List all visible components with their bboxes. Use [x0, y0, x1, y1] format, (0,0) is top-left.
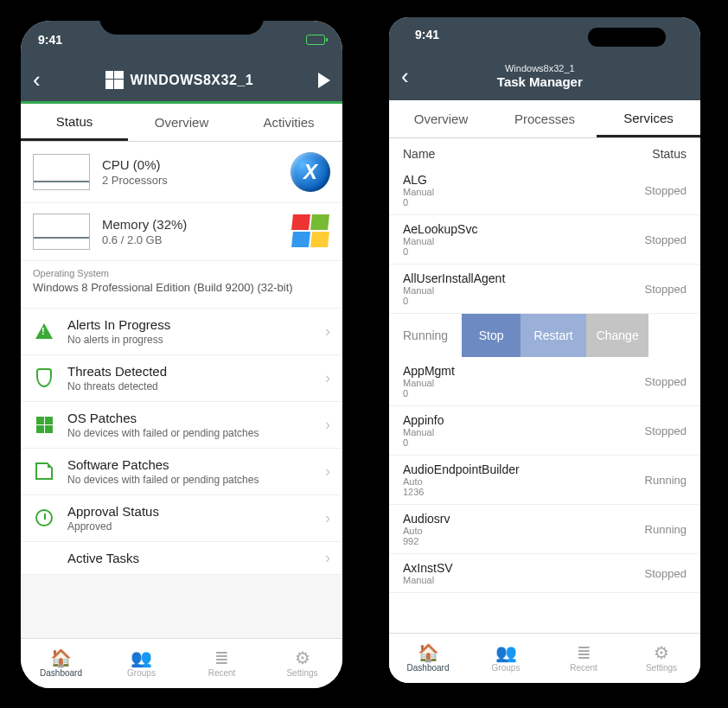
nav-dashboard[interactable]: 🏠Dashboard	[21, 639, 101, 688]
nav-dashboard[interactable]: 🏠Dashboard	[389, 634, 467, 683]
play-icon[interactable]	[318, 73, 330, 88]
list-item[interactable]: OS PatchesNo devices with failed or pend…	[21, 402, 342, 449]
change-button[interactable]: Change	[586, 314, 648, 357]
os-label: Operating System	[33, 268, 330, 278]
service-mode: Manual	[403, 575, 453, 585]
service-row[interactable]: AudiosrvAuto992Running	[389, 505, 700, 554]
service-pid: 0	[403, 197, 434, 207]
header: ‹ Windows8x32_1 Task Manager	[389, 52, 700, 100]
header-title-text: Task Manager	[497, 74, 583, 89]
service-row[interactable]: AeLookupSvcManual0Stopped	[389, 215, 700, 265]
service-mode: Manual	[403, 285, 505, 296]
service-status: Running	[645, 523, 686, 536]
tab-overview[interactable]: Overview	[389, 100, 493, 137]
stop-button[interactable]: Stop	[462, 314, 520, 357]
nav-groups[interactable]: 👥Groups	[467, 634, 545, 683]
groups-icon: 👥	[131, 649, 152, 667]
screen-2: 9:41 ‹ Windows8x32_1 Task Manager Overvi…	[389, 17, 700, 683]
recent-icon: ≣	[577, 644, 591, 661]
floppy-icon	[33, 462, 55, 480]
service-name: AeLookupSvc	[403, 222, 477, 236]
service-pid: 0	[403, 388, 455, 399]
recent-icon: ≣	[214, 649, 229, 667]
service-status: Stopped	[645, 233, 686, 246]
header: ‹ WINDOWS8X32_1	[21, 59, 342, 104]
content: CPU (0%) 2 Processors X Memory (32%) 0.6…	[21, 142, 342, 638]
memory-row[interactable]: Memory (32%) 0.6 / 2.0 GB	[21, 203, 342, 261]
service-row[interactable]: AudioEndpointBuilderAuto1236Running	[389, 456, 700, 505]
list-item-title: Active Tasks	[67, 551, 139, 565]
back-chevron-icon[interactable]: ‹	[33, 67, 41, 93]
service-mode: Manual	[403, 427, 444, 437]
camera-cutout	[588, 28, 666, 47]
product-x-icon: X	[291, 152, 330, 192]
tabbar: Status Overview Activities	[21, 104, 342, 142]
list-item[interactable]: Software PatchesNo devices with failed o…	[21, 449, 342, 495]
list-item[interactable]: Threats DetectedNo threats detected›	[21, 355, 342, 402]
tab-services[interactable]: Services	[597, 100, 700, 137]
list-item-sub: No threats detected	[67, 380, 167, 392]
nav-groups[interactable]: 👥Groups	[101, 639, 182, 688]
mem-sparkline	[33, 214, 90, 250]
groups-icon: 👥	[495, 644, 517, 661]
service-row[interactable]: AllUserInstallAgentManual0Stopped	[389, 265, 700, 314]
tab-status[interactable]: Status	[21, 104, 128, 141]
service-name: Audiosrv	[403, 512, 450, 526]
nav-label: Settings	[286, 668, 317, 678]
service-row[interactable]: ALGManual0Stopped	[389, 166, 700, 215]
cpu-row[interactable]: CPU (0%) 2 Processors X	[21, 142, 342, 203]
cpu-title: CPU (0%)	[102, 157, 278, 172]
tab-processes[interactable]: Processes	[493, 100, 597, 137]
service-pid: 0	[403, 296, 505, 306]
windows-flag-icon	[292, 214, 330, 249]
list-item[interactable]: Approval StatusApproved›	[21, 495, 342, 542]
screen-1: 9:41 ‹ WINDOWS8X32_1 Status Overview Act…	[21, 21, 342, 688]
list-item-title: Approval Status	[67, 504, 159, 519]
dashboard-icon: 🏠	[50, 649, 72, 667]
service-name: AudioEndpointBuilder	[403, 462, 520, 476]
list-item-title: Software Patches	[67, 457, 259, 472]
service-row[interactable]: AxInstSVManualStopped	[389, 554, 700, 593]
bottom-nav: 🏠Dashboard👥Groups≣Recent⚙Settings	[389, 633, 700, 683]
service-status: Stopped	[645, 424, 686, 437]
restart-button[interactable]: Restart	[520, 314, 586, 357]
chevron-right-icon: ›	[325, 549, 330, 567]
service-name: AxInstSV	[403, 561, 453, 575]
service-pid: 992	[403, 536, 450, 546]
service-mode: Manual	[403, 236, 477, 246]
tab-overview[interactable]: Overview	[128, 104, 235, 141]
nav-label: Dashboard	[407, 663, 450, 673]
nav-recent[interactable]: ≣Recent	[182, 639, 262, 688]
service-name: ALG	[403, 173, 434, 187]
back-chevron-icon[interactable]: ‹	[401, 63, 409, 90]
list-item[interactable]: Active Tasks›	[21, 542, 342, 575]
list-item[interactable]: Alerts In ProgressNo alerts in progress›	[21, 309, 342, 355]
os-value: Windows 8 Professional Edition (Build 92…	[33, 280, 330, 296]
bottom-nav: 🏠Dashboard👥Groups≣Recent⚙Settings	[21, 638, 342, 688]
header-title: Windows8x32_1 Task Manager	[497, 63, 583, 89]
service-status: Stopped	[645, 567, 686, 580]
service-mode: Manual	[403, 187, 434, 197]
list-item-sub: No devices with failed or pending patche…	[67, 474, 259, 486]
service-status: Stopped	[645, 283, 686, 296]
col-name: Name	[403, 147, 435, 161]
dashboard-icon: 🏠	[418, 644, 439, 661]
nav-label: Dashboard	[40, 668, 82, 678]
service-status: Stopped	[645, 375, 686, 388]
list-item-title: Alerts In Progress	[67, 317, 170, 332]
running-button[interactable]: Running	[389, 314, 462, 357]
tab-activities[interactable]: Activities	[235, 104, 342, 141]
nav-settings[interactable]: ⚙Settings	[623, 634, 700, 683]
service-actions: RunningStopRestartChange	[389, 314, 700, 357]
services-header: Name Status	[389, 138, 700, 166]
settings-icon: ⚙	[295, 649, 310, 667]
status-time: 9:41	[415, 28, 439, 41]
notch	[99, 9, 264, 35]
nav-settings[interactable]: ⚙Settings	[262, 639, 342, 688]
nav-recent[interactable]: ≣Recent	[545, 634, 623, 683]
list-item-title: OS Patches	[67, 411, 259, 425]
header-title-text: WINDOWS8X32_1	[131, 73, 254, 88]
service-row[interactable]: AppinfoManual0Stopped	[389, 406, 700, 456]
service-row[interactable]: AppMgmtManual0Stopped	[389, 357, 700, 406]
cpu-sub: 2 Processors	[102, 174, 278, 187]
